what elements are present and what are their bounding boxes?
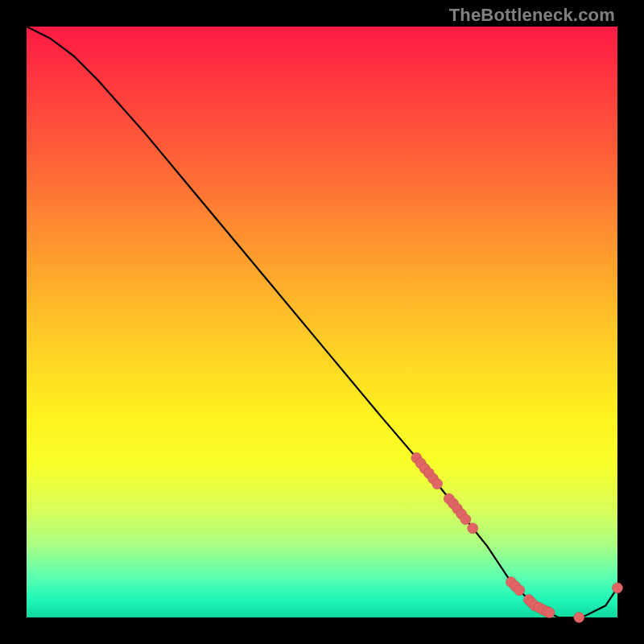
curve-marker	[574, 613, 584, 623]
curve-marker	[460, 514, 471, 525]
curve-marker	[544, 608, 555, 618]
curve-marker	[514, 585, 525, 596]
chart-svg	[27, 27, 617, 617]
curve-marker	[432, 479, 443, 489]
watermark-text: TheBottleneck.com	[449, 5, 615, 26]
curve-marker	[613, 583, 623, 593]
chart-frame: TheBottleneck.com	[0, 0, 644, 644]
curve-markers	[411, 452, 623, 622]
bottleneck-curve	[27, 27, 617, 617]
curve-marker	[468, 523, 478, 534]
